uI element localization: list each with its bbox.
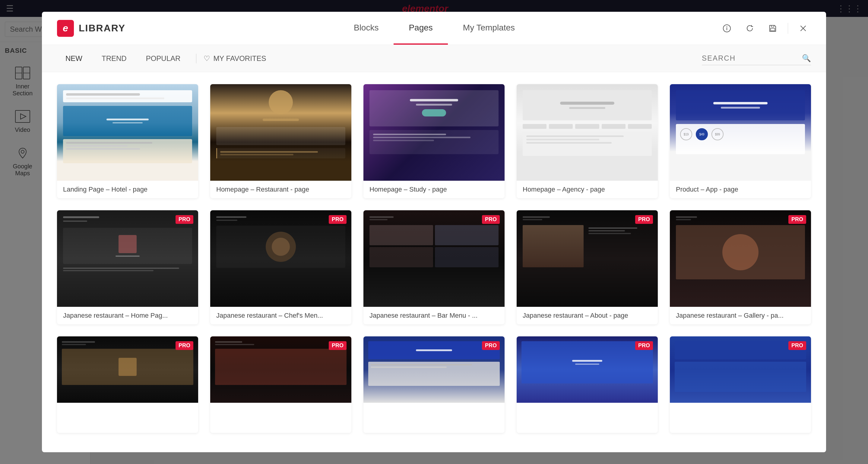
filter-favorites[interactable]: ♡ MY FAVORITES: [204, 54, 266, 63]
modal-logo-icon: e: [57, 20, 74, 37]
pro-badge-jp-chef: PRO: [329, 215, 346, 224]
template-study[interactable]: Homepage – Study - page: [364, 84, 504, 198]
jp-home-label: Japanese restaurant – Home Pag...: [57, 307, 198, 324]
jp-chef-label: Japanese restaurant – Chef's Men...: [210, 307, 351, 324]
search-icon: 🔍: [802, 54, 811, 62]
pro-badge-blue3: PRO: [788, 341, 806, 350]
template-jp-home[interactable]: PRO Japanese restaurant – Home Pag...: [57, 210, 198, 324]
pro-badge-jp-home: PRO: [176, 215, 193, 224]
tab-blocks[interactable]: Blocks: [339, 12, 394, 45]
modal-header: e LIBRARY Blocks Pages My Templates: [42, 12, 826, 45]
template-blue3[interactable]: PRO: [670, 336, 811, 433]
modal-tabs: Blocks Pages My Templates: [150, 12, 719, 45]
filter-tabs: NEW TREND POPULAR ♡ MY FAVORITES: [57, 51, 266, 66]
tab-pages[interactable]: Pages: [394, 12, 447, 45]
modal-header-actions: [719, 21, 811, 36]
pro-badge-jp-bar: PRO: [482, 215, 500, 224]
filter-new[interactable]: NEW: [57, 51, 91, 66]
pro-badge-jp-gallery: PRO: [788, 215, 806, 224]
template-blue1[interactable]: PRO: [364, 336, 504, 433]
template-jp-about[interactable]: PRO Japanese restaurant – About - page: [517, 210, 658, 324]
heart-icon: ♡: [204, 54, 210, 63]
template-events[interactable]: PRO: [57, 336, 198, 433]
restaurant-label: Homepage – Restaurant - page: [210, 181, 351, 198]
svg-rect-19: [771, 28, 775, 31]
pro-badge-events: PRO: [176, 341, 193, 350]
pro-badge-contact: PRO: [329, 341, 346, 350]
refresh-button[interactable]: [742, 21, 757, 36]
filter-divider: [196, 54, 196, 63]
template-jp-gallery[interactable]: PRO Japanese restaurant – Gallery - pa..…: [670, 210, 811, 324]
jp-about-label: Japanese restaurant – About - page: [517, 307, 658, 324]
modal-logo-text: LIBRARY: [79, 23, 125, 34]
app-label: Product – App - page: [670, 181, 811, 198]
template-jp-chef[interactable]: PRO Japanese restaurant – Chef's Men...: [210, 210, 351, 324]
modal-logo: e LIBRARY: [57, 20, 125, 37]
svg-point-17: [726, 26, 727, 27]
template-hotel[interactable]: Landing Page – Hotel - page: [57, 84, 198, 198]
pro-badge-jp-about: PRO: [635, 215, 653, 224]
close-button[interactable]: [795, 21, 811, 36]
template-blue2[interactable]: PRO: [517, 336, 658, 433]
modal-body: Landing Page – Hotel - page: [42, 72, 826, 452]
modal-subheader: NEW TREND POPULAR ♡ MY FAVORITES 🔍: [42, 45, 826, 72]
pro-badge-blue2: PRO: [635, 341, 653, 350]
template-search-box[interactable]: 🔍: [702, 52, 811, 65]
header-divider: [788, 23, 788, 34]
template-contact[interactable]: PRO: [210, 336, 351, 433]
info-button[interactable]: [719, 21, 735, 36]
agency-label: Homepage – Agency - page: [517, 181, 658, 198]
pro-badge-blue1: PRO: [482, 341, 500, 350]
templates-grid: Landing Page – Hotel - page: [57, 84, 811, 433]
library-modal: e LIBRARY Blocks Pages My Templates: [42, 12, 826, 452]
filter-trend[interactable]: TREND: [93, 51, 135, 66]
template-jp-bar[interactable]: PRO Japanese restaurant – Bar Menu - ...: [364, 210, 504, 324]
filter-popular[interactable]: POPULAR: [137, 51, 189, 66]
save-button[interactable]: [765, 21, 780, 36]
template-search-input[interactable]: [702, 54, 798, 62]
hotel-label: Landing Page – Hotel - page: [57, 181, 198, 198]
template-restaurant[interactable]: Homepage – Restaurant - page: [210, 84, 351, 198]
template-agency[interactable]: Homepage – Agency - page: [517, 84, 658, 198]
study-label: Homepage – Study - page: [364, 181, 504, 198]
jp-bar-label: Japanese restaurant – Bar Menu - ...: [364, 307, 504, 324]
jp-gallery-label: Japanese restaurant – Gallery - pa...: [670, 307, 811, 324]
tab-my-templates[interactable]: My Templates: [448, 12, 530, 45]
template-app[interactable]: $19 $49 $99 Product – App - page: [670, 84, 811, 198]
